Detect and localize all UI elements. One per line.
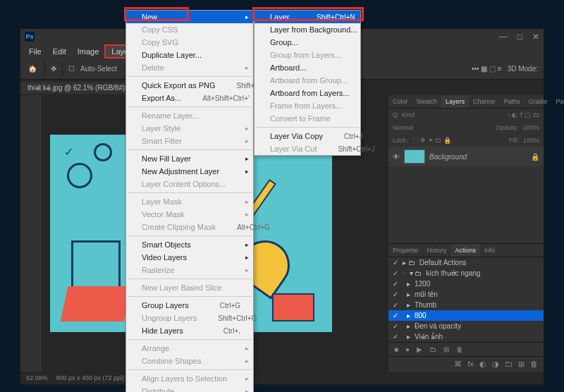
doc-dimensions: 800 px x 450 px (72 ppi): [56, 374, 125, 381]
menu-hide-layers[interactable]: Hide LayersCtrl+,: [126, 324, 253, 337]
submenu-artboard-from-layers[interactable]: Artboard from Layers...: [255, 87, 360, 99]
action-row[interactable]: ✓ ▸800: [388, 310, 544, 321]
document-tab[interactable]: thiết kế.jpg @ 62.1% (RGB/8#) ×: [20, 82, 139, 94]
menu-layer-mask[interactable]: Layer Mask▸: [126, 195, 253, 208]
lock-icon[interactable]: 🔒: [531, 153, 539, 161]
submenu-artboard[interactable]: Artboard...: [255, 61, 360, 74]
submenu-layer-via-copy[interactable]: Layer Via CopyCtrl+J: [255, 130, 360, 142]
eye-icon[interactable]: 👁: [393, 153, 400, 161]
submenu-group-from-layers[interactable]: Group from Layers...: [255, 49, 360, 61]
trash-icon[interactable]: 🗑: [456, 345, 463, 353]
play-icon[interactable]: ▶: [417, 345, 422, 353]
menu-copy-css[interactable]: Copy CSS: [126, 23, 253, 36]
fill-value[interactable]: 100%: [523, 137, 539, 144]
right-panels: Color Swatch Layers Channe Paths Gradie …: [388, 95, 544, 372]
menu-align-selection[interactable]: Align Layers to Selection▸: [126, 372, 253, 385]
tab-patterns[interactable]: Pattern: [552, 95, 564, 108]
chevron-right-icon: ▸: [245, 13, 249, 20]
menu-duplicate-layer[interactable]: Duplicate Layer...: [126, 49, 253, 61]
menu-new[interactable]: New▸: [126, 11, 253, 23]
layer-row-background[interactable]: 👁 Background 🔒: [388, 147, 544, 166]
menu-new-adjustment-layer[interactable]: New Adjustment Layer▸: [126, 165, 253, 178]
layers-bottom-toolbar: ⌘ fx ◐ ◑ 🗀 ⊞ 🗑: [388, 356, 544, 372]
new-layer-icon[interactable]: ⊞: [518, 360, 525, 369]
tab-color[interactable]: Color: [388, 95, 412, 108]
action-row[interactable]: ✓▸ 🗀Default Actions: [388, 257, 544, 268]
action-row[interactable]: ✓ ▸Thumb: [388, 300, 544, 310]
menu-arrange[interactable]: Arrange▸: [126, 342, 253, 355]
submenu-layer-via-cut[interactable]: Layer Via CutShift+Ctrl+J: [255, 142, 360, 155]
stop-icon[interactable]: ■: [394, 345, 398, 353]
submenu-group[interactable]: Group...: [255, 36, 360, 49]
menu-edit[interactable]: Edit: [47, 46, 72, 57]
submenu-layer-from-background[interactable]: Layer from Background...: [255, 23, 360, 36]
statusbar: 62.09% 800 px x 450 px (72 ppi) ▸: [20, 372, 544, 384]
action-row[interactable]: ✓ ▸1200: [388, 278, 544, 289]
menu-rename-layer[interactable]: Rename Layer...: [126, 109, 253, 122]
action-row[interactable]: ✓ ▸Viền ảnh: [388, 331, 544, 342]
fx-icon[interactable]: fx: [467, 360, 474, 369]
tab-properties[interactable]: Propertie: [388, 244, 423, 257]
menu-combine-shapes[interactable]: Combine Shapes▸: [126, 355, 253, 367]
new-folder-icon[interactable]: 🗀: [429, 345, 436, 353]
record-icon[interactable]: ●: [405, 345, 410, 353]
layer-name[interactable]: Background: [429, 153, 467, 161]
menu-image[interactable]: Image: [72, 46, 105, 57]
ps-logo-icon: Ps: [25, 32, 35, 42]
menu-delete[interactable]: Delete▸: [126, 61, 253, 74]
zoom-level[interactable]: 62.09%: [26, 374, 48, 381]
action-row[interactable]: ✓ ▸mũi tên: [388, 289, 544, 300]
tab-actions[interactable]: Actions: [451, 244, 481, 257]
submenu-layer[interactable]: Layer...Shift+Ctrl+N: [255, 11, 360, 23]
tab-paths[interactable]: Paths: [500, 95, 525, 108]
menu-new-layer-based-slice[interactable]: New Layer Based Slice: [126, 281, 253, 294]
tab-channels[interactable]: Channe: [469, 95, 500, 108]
actions-controls: ■ ● ▶ 🗀 ⊞ 🗑: [388, 342, 544, 356]
action-row[interactable]: ✓ ▸Đen và opacity: [388, 321, 544, 331]
tab-gradients[interactable]: Gradie: [525, 95, 552, 108]
menu-layer-style[interactable]: Layer Style▸: [126, 122, 253, 135]
submenu-artboard-from-group[interactable]: Artboard from Group...: [255, 74, 360, 87]
delete-icon[interactable]: 🗑: [530, 360, 538, 369]
menu-vector-mask[interactable]: Vector Mask▸: [126, 208, 253, 221]
menu-ungroup-layers[interactable]: Ungroup LayersShift+Ctrl+G: [126, 312, 253, 324]
window-min-icon[interactable]: —: [499, 32, 508, 42]
actions-panel-tabs: Propertie History Actions Info: [388, 244, 544, 257]
new-action-icon[interactable]: ⊞: [443, 345, 449, 353]
menu-quick-export[interactable]: Quick Export as PNGShift+Ctrl+': [126, 79, 253, 92]
menu-new-fill-layer[interactable]: New Fill Layer▸: [126, 152, 253, 165]
auto-select-checkbox[interactable]: Auto-Select: [80, 65, 117, 73]
menu-smart-objects[interactable]: Smart Objects▸: [126, 238, 253, 251]
menu-layer-content-options[interactable]: Layer Content Options...: [126, 178, 253, 190]
tab-info[interactable]: Info: [480, 244, 499, 257]
tab-history[interactable]: History: [423, 244, 451, 257]
window-close-icon[interactable]: ✕: [532, 32, 539, 42]
menu-clipping-mask[interactable]: Create Clipping MaskAlt+Ctrl+G: [126, 221, 253, 233]
window-max-icon[interactable]: □: [517, 32, 522, 42]
menu-smart-filter[interactable]: Smart Filter▸: [126, 135, 253, 147]
opacity-value[interactable]: 100%: [523, 124, 539, 131]
menu-group-layers[interactable]: Group LayersCtrl+G: [126, 299, 253, 312]
menu-export-as[interactable]: Export As...Alt+Shift+Ctrl+': [126, 92, 253, 104]
action-row[interactable]: ✓▫▾ 🗀kích thước ngang: [388, 268, 544, 278]
tab-layers[interactable]: Layers: [441, 95, 469, 108]
menu-video-layers[interactable]: Video Layers▸: [126, 251, 253, 264]
tab-swatch[interactable]: Swatch: [412, 95, 442, 108]
adjustment-icon[interactable]: ◑: [492, 360, 499, 369]
submenu-convert-to-frame[interactable]: Convert to Frame: [255, 112, 360, 125]
new-submenu: Layer...Shift+Ctrl+N Layer from Backgrou…: [254, 10, 361, 156]
layer-menu: New▸ Copy CSS Copy SVG Duplicate Layer..…: [125, 10, 254, 392]
blend-mode[interactable]: Normal: [393, 124, 413, 131]
menu-file[interactable]: File: [23, 46, 47, 57]
menu-copy-svg[interactable]: Copy SVG: [126, 36, 253, 49]
menu-distribute[interactable]: Distribute▸: [126, 385, 253, 392]
layer-thumbnail: [404, 149, 425, 164]
toolbox[interactable]: [20, 95, 42, 372]
home-icon[interactable]: 🏠: [26, 63, 39, 75]
link-icon[interactable]: ⌘: [454, 360, 462, 369]
group-icon[interactable]: 🗀: [505, 360, 513, 369]
submenu-frame-from-layers[interactable]: Frame from Layers...: [255, 99, 360, 112]
menu-rasterize[interactable]: Rasterize▸: [126, 264, 253, 276]
move-tool-icon[interactable]: ✥: [51, 65, 56, 73]
mask-icon[interactable]: ◐: [479, 360, 486, 369]
